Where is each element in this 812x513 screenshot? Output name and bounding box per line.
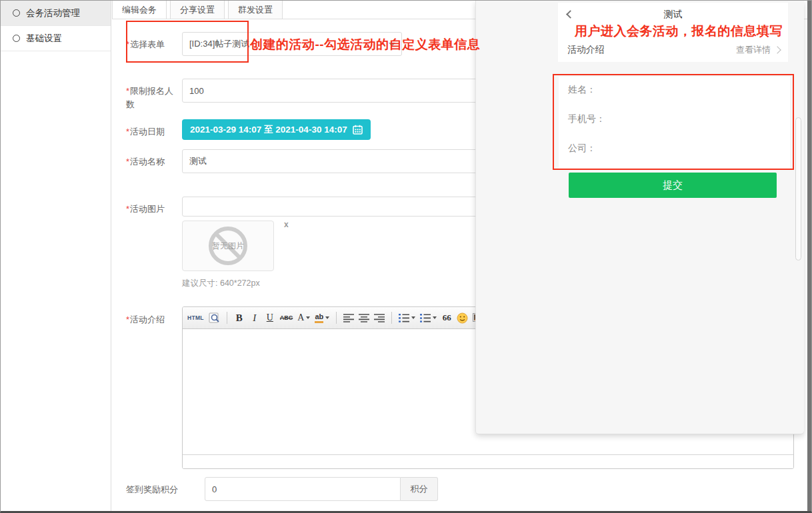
italic-button[interactable]: I <box>249 310 260 325</box>
circle-icon <box>13 9 20 17</box>
date-range-button[interactable]: 2021-03-29 14:07 至 2021-04-30 14:07 <box>182 119 371 140</box>
align-left-icon[interactable] <box>343 310 354 325</box>
field-label-points: 签到奖励积分 <box>126 477 205 496</box>
preview-magnifier-icon[interactable] <box>209 310 220 325</box>
field-label-image: *活动图片 <box>126 197 182 216</box>
sidebar-item-basic-settings[interactable]: 基础设置 <box>1 26 111 51</box>
align-center-icon[interactable] <box>359 310 369 325</box>
toolbar-separator <box>227 312 227 324</box>
ordered-list-button[interactable] <box>399 310 415 325</box>
calendar-icon <box>353 125 363 135</box>
view-details-link[interactable]: 查看详情 <box>736 44 780 56</box>
sidebar: 会务活动管理 基础设置 <box>1 1 111 511</box>
signup-form-card: 姓名： 手机号： 公司： <box>559 77 790 169</box>
points-input[interactable] <box>205 477 401 501</box>
sidebar-item-label: 基础设置 <box>26 33 62 45</box>
sidebar-item-label: 会务活动管理 <box>26 7 80 19</box>
points-unit-addon: 积分 <box>401 477 438 501</box>
chevron-right-icon <box>773 46 781 53</box>
chevron-down-icon <box>306 316 310 319</box>
field-label-date: *活动日期 <box>126 119 182 139</box>
circle-icon <box>13 35 20 42</box>
mobile-preview-panel: 测试 活动介绍 查看详情 姓名： 手机号： 公司： 提交 <box>475 1 804 434</box>
tab-broadcast-settings[interactable]: 群发设置 <box>228 1 283 19</box>
preview-title: 测试 <box>558 3 788 21</box>
no-image-label: 暂无图片 <box>212 241 244 252</box>
underline-button[interactable]: U <box>265 310 275 325</box>
align-right-icon[interactable] <box>374 310 385 325</box>
bullet-list-button[interactable] <box>420 310 437 325</box>
toolbar-separator <box>336 312 337 324</box>
signup-field-phone[interactable]: 手机号： <box>568 113 790 143</box>
preview-intro-label: 活动介绍 <box>567 44 605 56</box>
html-source-button[interactable]: HTML <box>187 310 204 325</box>
field-label-intro: *活动介绍 <box>126 289 182 326</box>
panel-scrollbar-thumb[interactable] <box>795 117 801 260</box>
remove-image-icon[interactable]: x <box>284 220 289 229</box>
field-label-name: *活动名称 <box>126 149 182 169</box>
editor-statusbar <box>183 454 793 468</box>
sidebar-item-conference-management[interactable]: 会务活动管理 <box>1 1 111 26</box>
selected-form-value: [ID:34]帖子测试 <box>189 38 249 50</box>
tab-share-settings[interactable]: 分享设置 <box>170 1 225 19</box>
emoji-button[interactable] <box>457 310 468 325</box>
bold-button[interactable]: B <box>234 310 245 325</box>
phone-preview: 测试 活动介绍 查看详情 姓名： 手机号： 公司： 提交 <box>558 1 788 62</box>
app-window: 会务活动管理 基础设置 编辑会务 分享设置 群发设置 *选择表单 [ID:34]… <box>0 0 812 513</box>
highlight-button[interactable]: ab <box>315 310 329 325</box>
field-label-limit: *限制报名人数 <box>126 79 182 111</box>
chevron-down-icon <box>433 316 437 319</box>
signup-field-name[interactable]: 姓名： <box>568 84 790 113</box>
chevron-down-icon <box>325 316 329 319</box>
toolbar-separator <box>391 312 392 324</box>
blockquote-button[interactable]: 66 <box>441 310 452 325</box>
preview-header-card: 测试 活动介绍 查看详情 <box>558 3 788 62</box>
field-label-select-form: *选择表单 <box>126 32 182 51</box>
chevron-down-icon <box>389 43 395 47</box>
submit-button[interactable]: 提交 <box>569 173 777 198</box>
font-color-button[interactable]: A <box>297 310 310 325</box>
strikethrough-button[interactable]: ABC <box>280 310 293 325</box>
signup-field-company[interactable]: 公司： <box>568 143 790 172</box>
chevron-down-icon <box>411 316 415 319</box>
form-select-dropdown[interactable]: [ID:34]帖子测试 <box>182 32 402 56</box>
tab-edit-conference[interactable]: 编辑会务 <box>112 1 167 19</box>
image-thumbnail[interactable]: 暂无图片 x <box>182 221 274 271</box>
date-range-value: 2021-03-29 14:07 至 2021-04-30 14:07 <box>190 124 347 136</box>
window-scrollbar[interactable] <box>807 1 811 511</box>
